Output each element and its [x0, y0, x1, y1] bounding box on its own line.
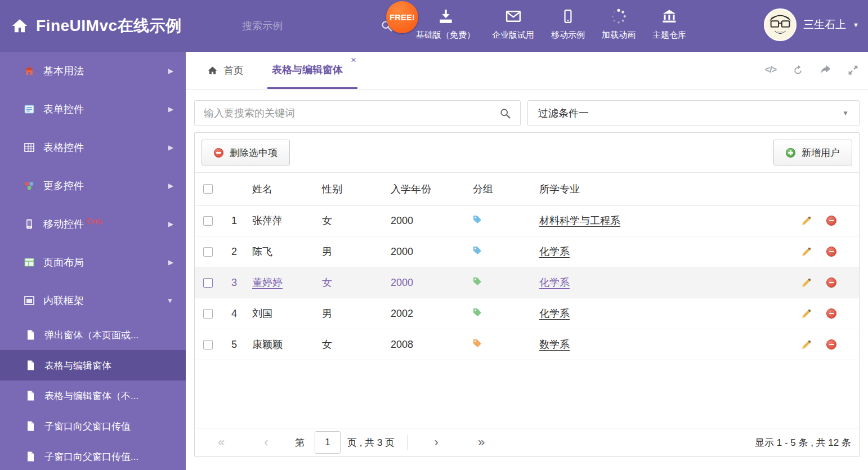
cell-name: 董婷婷 [252, 277, 283, 288]
sidebar-item-grid-controls[interactable]: 表格控件 ▶ [0, 128, 186, 167]
filter-dropdown[interactable]: 过滤条件一 ▼ [527, 100, 860, 126]
first-page-button[interactable]: « [205, 436, 238, 449]
sidebar-subitem-label: 子窗口向父窗口传值... [44, 450, 138, 463]
sidebar-item-form-controls[interactable]: 表单控件 ▶ [0, 90, 186, 128]
expand-icon[interactable] [847, 64, 859, 76]
keyword-search-box [194, 100, 521, 126]
delete-icon[interactable] [826, 277, 836, 288]
record-summary: 显示 1 - 5 条 , 共 12 条 [755, 436, 851, 449]
sidebar-subitem-popup-window[interactable]: 弹出窗体（本页面或... [0, 320, 186, 350]
major-link[interactable]: 化学系 [539, 246, 570, 257]
tab-tools: </> [765, 52, 859, 88]
view-source-icon[interactable]: </> [765, 65, 776, 75]
plus-circle-icon [786, 148, 795, 158]
add-user-button[interactable]: 新增用户 [773, 140, 852, 165]
share-icon[interactable] [820, 64, 831, 76]
page-number-input[interactable] [315, 431, 341, 454]
home-icon [207, 65, 218, 76]
table-header-row: 姓名 性别 入学年份 分组 所学专业 [195, 172, 859, 205]
cell-name: 张萍萍 [252, 215, 283, 226]
top-header: FineUIMvc在线示例 FREE! 基础版（免费） 企业版试用 [0, 0, 868, 52]
table-row[interactable]: 4 刘国 男 2002 化学系 [195, 298, 859, 329]
refresh-icon[interactable] [792, 64, 804, 76]
nav-item-mobile-demo[interactable]: 移动示例 [543, 5, 593, 41]
search-icon[interactable] [490, 101, 520, 126]
edit-icon[interactable] [801, 247, 812, 257]
next-page-button[interactable]: › [420, 436, 453, 449]
nav-label: 加载动画 [602, 30, 636, 41]
page-total-label: 页 , 共 3 页 [347, 436, 395, 449]
cell-gender: 女 [316, 214, 385, 227]
tab-grid-edit-window[interactable]: 表格与编辑窗体 × [267, 52, 357, 89]
delete-icon[interactable] [826, 247, 836, 257]
delete-selected-button[interactable]: 删除选中项 [202, 140, 290, 165]
header-nav: 基础版（免费） 企业版试用 移动示例 [408, 5, 695, 41]
pager-divider [407, 435, 408, 450]
last-page-button[interactable]: » [465, 436, 498, 449]
row-checkbox[interactable] [203, 340, 213, 350]
sidebar-subitem-grid-edit-window-no[interactable]: 表格与编辑窗体（不... [0, 381, 186, 411]
sidebar-subitem-child-to-parent[interactable]: 子窗口向父窗口传值 [0, 411, 186, 441]
select-all-checkbox[interactable] [203, 184, 213, 194]
cell-index: 4 [222, 308, 247, 320]
edit-icon[interactable] [801, 277, 812, 288]
close-icon[interactable]: × [351, 55, 356, 65]
column-header-major: 所学专业 [534, 182, 796, 196]
cell-gender: 女 [316, 276, 385, 289]
bank-icon [660, 5, 678, 25]
delete-selected-label: 删除选中项 [230, 146, 278, 159]
nav-item-enterprise-trial[interactable]: 企业版试用 [484, 5, 543, 41]
sidebar-item-page-layout[interactable]: 页面布局 ▶ [0, 243, 186, 281]
sidebar-item-more-controls[interactable]: 更多控件 ▶ [0, 167, 186, 205]
app-window: FineUIMvc在线示例 FREE! 基础版（免费） 企业版试用 [0, 0, 868, 470]
sidebar-subitem-label: 子窗口向父窗口传值 [44, 420, 131, 433]
grid-empty-space [195, 360, 859, 428]
row-checkbox[interactable] [203, 309, 213, 319]
tag-icon [473, 246, 482, 255]
sidebar-subitem-grid-edit-window[interactable]: 表格与编辑窗体 [0, 350, 186, 381]
edit-icon[interactable] [801, 339, 812, 350]
major-link[interactable]: 化学系 [539, 308, 570, 319]
sidebar-subitem-child-to-parent-2[interactable]: 子窗口向父窗口传值... [0, 441, 186, 470]
row-checkbox[interactable] [203, 247, 213, 257]
nav-label: 移动示例 [551, 30, 585, 41]
table-row[interactable]: 5 康颖颖 女 2008 数学系 [195, 329, 859, 360]
nav-label: 主题仓库 [652, 30, 686, 41]
row-checkbox[interactable] [203, 278, 213, 288]
sidebar-subitem-label: 表格与编辑窗体（不... [44, 390, 138, 402]
table-row[interactable]: 2 陈飞 男 2000 化学系 [195, 236, 859, 267]
major-link[interactable]: 化学系 [539, 277, 570, 288]
chevron-right-icon: ▶ [168, 220, 173, 228]
nav-item-loading-animation[interactable]: 加载动画 [593, 5, 644, 41]
sidebar-item-label: 更多控件 [43, 179, 84, 193]
nav-label: 基础版（免费） [416, 30, 475, 41]
tag-icon [473, 215, 482, 224]
delete-icon[interactable] [826, 308, 836, 319]
row-checkbox[interactable] [203, 216, 213, 226]
edit-icon[interactable] [801, 308, 812, 319]
table-row[interactable]: 3 董婷婷 女 2000 化学系 [195, 267, 859, 298]
sidebar-item-inline-frame[interactable]: 内联框架 ▼ [0, 281, 186, 320]
nav-item-theme-repo[interactable]: 主题仓库 [644, 5, 695, 41]
cell-index: 2 [222, 246, 247, 258]
chevron-right-icon: ▶ [168, 182, 173, 190]
user-menu[interactable]: 三生石上 ▼ [764, 8, 859, 41]
sidebar-item-label: 基本用法 [43, 64, 84, 78]
sidebar-subitem-label: 表格与编辑窗体 [44, 359, 111, 372]
delete-icon[interactable] [826, 339, 836, 350]
sidebar-item-mobile-controls[interactable]: 移动控件 Corp. ▶ [0, 205, 186, 243]
download-icon [437, 5, 454, 25]
header-search-input[interactable] [242, 20, 373, 32]
frame-icon [24, 295, 35, 306]
edit-icon[interactable] [801, 216, 812, 226]
major-link[interactable]: 材料科学与工程系 [539, 215, 620, 226]
major-link[interactable]: 数学系 [539, 339, 570, 350]
sidebar-item-basic-usage[interactable]: 基本用法 ▶ [0, 52, 186, 90]
brand-logo[interactable]: FineUIMvc在线示例 [11, 0, 182, 52]
delete-icon[interactable] [826, 216, 836, 226]
keyword-search-input[interactable] [195, 108, 490, 119]
prev-page-button[interactable]: ‹ [250, 436, 283, 449]
nav-item-basic-edition[interactable]: 基础版（免费） [408, 5, 484, 41]
table-row[interactable]: 1 张萍萍 女 2000 材料科学与工程系 [195, 205, 859, 236]
tab-home[interactable]: 首页 [203, 52, 248, 89]
